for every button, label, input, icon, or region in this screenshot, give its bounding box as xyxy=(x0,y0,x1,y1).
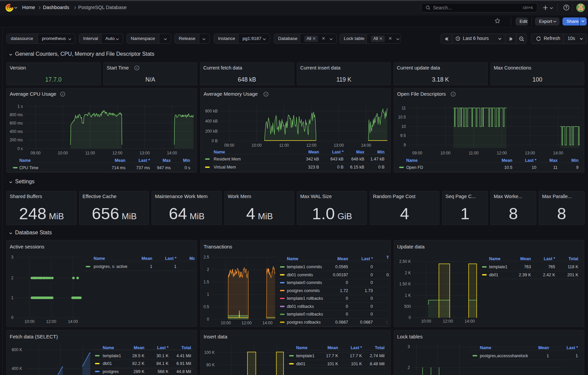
svg-text:10:00: 10:00 xyxy=(24,319,35,324)
svg-text:1.5: 1.5 xyxy=(203,280,209,284)
svg-text:Mean: Mean xyxy=(327,345,338,350)
svg-text:db01: db01 xyxy=(489,273,498,277)
svg-text:Min: Min xyxy=(377,150,384,154)
svg-text:2.39 K: 2.39 K xyxy=(519,273,531,277)
svg-text:09:00: 09:00 xyxy=(224,143,234,148)
svg-text:postgres rollbacks: postgres rollbacks xyxy=(287,320,321,325)
svg-text:0.5: 0.5 xyxy=(203,304,209,309)
svg-text:Mean: Mean xyxy=(115,158,125,163)
svg-text:17.7 K: 17.7 K xyxy=(350,354,362,358)
svg-text:11:00: 11:00 xyxy=(85,151,95,155)
svg-text:201 K: 201 K xyxy=(567,273,578,277)
svg-text:template1: template1 xyxy=(103,354,121,358)
svg-text:Mean: Mean xyxy=(337,256,348,261)
svg-text:0.0: 0.0 xyxy=(386,273,391,277)
svg-text:14:00: 14:00 xyxy=(167,151,177,155)
svg-text:2: 2 xyxy=(11,276,13,280)
svg-text:Fetch data (SELECT): Fetch data (SELECT) xyxy=(10,334,58,339)
svg-text:0: 0 xyxy=(370,304,373,309)
svg-text:db01 rollbacks: db01 rollbacks xyxy=(287,304,314,309)
svg-text:Mean: Mean xyxy=(142,256,152,261)
svg-text:10:00: 10:00 xyxy=(252,143,262,148)
svg-text:Max Connections: Max Connections xyxy=(494,65,531,71)
svg-text:0.0667: 0.0667 xyxy=(360,320,373,325)
svg-text:Max: Max xyxy=(189,256,197,261)
svg-text:template1: template1 xyxy=(296,354,314,358)
svg-text:1.73: 1.73 xyxy=(365,288,373,293)
svg-text:0 s: 0 s xyxy=(184,166,190,170)
svg-text:10.5: 10.5 xyxy=(504,165,512,170)
svg-text:400 ms: 400 ms xyxy=(10,129,23,134)
svg-text:10:00: 10:00 xyxy=(421,319,431,324)
svg-text:Last *: Last * xyxy=(567,345,578,350)
svg-text:14:00: 14:00 xyxy=(465,319,475,324)
svg-text:82.2 K: 82.2 K xyxy=(132,361,145,366)
svg-text:12:00: 12:00 xyxy=(306,143,316,148)
svg-text:648 kB: 648 kB xyxy=(351,157,364,161)
svg-text:118 K: 118 K xyxy=(568,265,578,269)
svg-text:800 ms: 800 ms xyxy=(10,112,23,117)
svg-text:Last *: Last * xyxy=(165,256,176,261)
svg-text:342 kB: 342 kB xyxy=(306,157,319,161)
svg-text:0: 0 xyxy=(409,315,411,320)
svg-text:248: 248 xyxy=(19,204,47,223)
svg-text:0: 0 xyxy=(207,317,209,322)
svg-text:GiB: GiB xyxy=(337,211,352,221)
svg-text:1: 1 xyxy=(547,354,549,358)
svg-text:10:00: 10:00 xyxy=(440,151,450,155)
svg-text:Name: Name xyxy=(103,345,114,350)
svg-text:N/A: N/A xyxy=(145,76,155,83)
svg-text:Start Time: Start Time xyxy=(107,65,129,71)
svg-text:648 kB: 648 kB xyxy=(238,76,256,83)
svg-text:1 s: 1 s xyxy=(17,104,23,109)
svg-text:400 kB: 400 kB xyxy=(205,119,217,124)
svg-text:0 B: 0 B xyxy=(337,165,343,170)
svg-text:0 B: 0 B xyxy=(378,165,384,170)
svg-text:600 ms: 600 ms xyxy=(10,121,23,126)
svg-text:14:00: 14:00 xyxy=(262,321,272,325)
svg-text:Name: Name xyxy=(480,345,491,350)
svg-text:4.41 Mil: 4.41 Mil xyxy=(176,354,191,358)
svg-text:0: 0 xyxy=(345,304,348,309)
svg-text:101 K: 101 K xyxy=(351,362,362,366)
svg-text:1: 1 xyxy=(576,354,578,358)
svg-text:Last *: Last * xyxy=(525,158,536,163)
svg-text:Transactions: Transactions xyxy=(204,244,232,249)
svg-text:template0 commits: template0 commits xyxy=(287,280,322,285)
svg-text:12:00: 12:00 xyxy=(497,151,507,155)
svg-text:2.74 Mil: 2.74 Mil xyxy=(370,354,384,358)
svg-text:1: 1 xyxy=(174,264,176,269)
svg-text:4: 4 xyxy=(246,204,255,223)
svg-text:10.5: 10.5 xyxy=(398,115,406,120)
svg-text:Mean: Mean xyxy=(308,150,319,154)
svg-text:postgres: postgres xyxy=(103,369,119,374)
svg-text:0: 0 xyxy=(11,315,13,320)
svg-text:1.47 kB: 1.47 kB xyxy=(370,157,384,161)
svg-text:11:00: 11:00 xyxy=(469,151,478,155)
svg-text:1: 1 xyxy=(207,292,209,297)
svg-text:Mean: Mean xyxy=(502,158,513,163)
svg-text:10: 10 xyxy=(402,124,406,129)
svg-text:Total: Total xyxy=(375,345,384,350)
svg-text:Random Page Cost: Random Page Cost xyxy=(373,194,416,199)
svg-text:14:00: 14:00 xyxy=(68,319,78,324)
svg-text:1.72: 1.72 xyxy=(340,288,348,293)
svg-text:MiB: MiB xyxy=(258,211,273,221)
svg-text:Seq Page C...: Seq Page C... xyxy=(445,194,476,199)
svg-text:1: 1 xyxy=(460,204,469,223)
svg-text:Current insert data: Current insert data xyxy=(300,65,341,71)
svg-text:737 ms: 737 ms xyxy=(136,166,150,170)
svg-text:i: i xyxy=(62,93,63,96)
svg-text:13:00: 13:00 xyxy=(140,151,150,155)
svg-text:Shared Buffers: Shared Buffers xyxy=(10,194,42,199)
svg-text:Min: Min xyxy=(571,158,579,163)
svg-text:Open File Descriptors: Open File Descriptors xyxy=(397,91,446,97)
svg-text:Name: Name xyxy=(19,158,31,163)
svg-text:0: 0 xyxy=(345,280,348,285)
svg-text:Version: Version xyxy=(10,65,26,71)
svg-text:1: 1 xyxy=(150,264,152,269)
svg-text:2.42 K: 2.42 K xyxy=(543,273,555,277)
svg-text:64: 64 xyxy=(169,204,187,223)
svg-text:0: 0 xyxy=(370,312,373,317)
svg-text:Total: Total xyxy=(181,345,191,350)
